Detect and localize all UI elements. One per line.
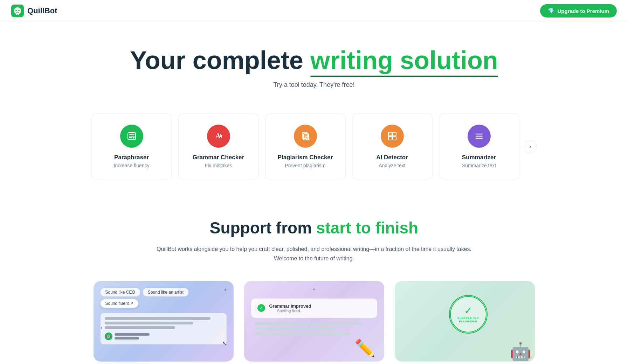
paraphraser-icon-circle [120, 125, 143, 148]
plagiarism-icon [299, 130, 311, 142]
svg-point-2 [18, 10, 20, 11]
chip-artist[interactable]: Sound like an artist [143, 288, 188, 296]
tool-card-summarizer[interactable]: Summarizer Summarize text [439, 113, 519, 180]
stamp-text: CHECKED FOR PLAGIARISM [451, 316, 486, 324]
plagiarism-preview-card[interactable]: ✓ CHECKED FOR PLAGIARISM 🤖 [395, 281, 535, 362]
svg-point-1 [15, 10, 17, 11]
tool-card-ai-detector[interactable]: AI Detector Analyze text [352, 113, 433, 180]
grammar-preview-card[interactable]: ✦ ✓ Grammar improved Spelling fixed... [244, 281, 384, 362]
check-circle-icon: ✓ [257, 304, 265, 312]
paraphraser-mini-editor: 🤖 [101, 313, 227, 344]
tool-card-paraphraser[interactable]: Paraphraser Increase fluency [91, 113, 172, 180]
plagiarism-preview-content: ✓ CHECKED FOR PLAGIARISM 🤖 [395, 281, 535, 348]
upgrade-button[interactable]: 💎 Upgrade to Premium [540, 4, 617, 18]
summarizer-desc: Summarize text [462, 163, 496, 168]
tools-section: Paraphraser Increase fluency A Grammar C… [0, 103, 628, 197]
svg-rect-14 [388, 136, 392, 140]
summarizer-icon-circle [468, 125, 491, 148]
tools-grid: Paraphraser Increase fluency A Grammar C… [91, 113, 519, 180]
grammar-icon: A [213, 130, 225, 142]
paraphraser-name: Paraphraser [114, 154, 149, 161]
robot-icon: 🤖 [510, 341, 531, 362]
paraphraser-preview-card[interactable]: ✦ ✦ Sound like CEO Sound like an artist … [94, 281, 234, 362]
plagiarism-stamp: ✓ CHECKED FOR PLAGIARISM [449, 295, 488, 334]
svg-text:A: A [215, 132, 221, 140]
plagiarism-desc: Prevent plagiarism [285, 163, 326, 168]
summarizer-icon [473, 130, 485, 142]
ai-detector-name: AI Detector [376, 154, 408, 161]
ai-detector-icon-circle [381, 125, 404, 148]
chip-ceo[interactable]: Sound like CEO [101, 288, 140, 296]
paraphrase-preview-content: ✦ ✦ Sound like CEO Sound like an artist … [94, 281, 234, 351]
grammar-improvement-text: Grammar improved [269, 303, 311, 309]
hero-title-highlight: writing solution [310, 47, 498, 74]
pencil-icon: ✏️ [354, 338, 375, 358]
diamond-icon: 💎 [548, 8, 554, 14]
svg-rect-13 [393, 132, 396, 136]
support-description: QuillBot works alongside you to help you… [157, 244, 472, 263]
summarizer-name: Summarizer [462, 154, 496, 161]
grammar-preview-content: ✦ ✓ Grammar improved Spelling fixed... [244, 281, 384, 342]
grammar-desc: Fix mistakes [205, 163, 232, 168]
cursor-pointer-icon: ↖ [222, 340, 227, 347]
tone-chips: Sound like CEO Sound like an artist Soun… [101, 288, 227, 308]
preview-row: ✦ ✦ Sound like CEO Sound like an artist … [14, 281, 614, 362]
hero-title: Your complete writing solution [14, 47, 614, 74]
tools-next-arrow[interactable]: › [524, 140, 537, 153]
paraphraser-icon [126, 130, 138, 142]
grammar-icon-circle: A [207, 125, 230, 148]
grammar-subtitle: Spelling fixed... [269, 309, 311, 313]
plagiarism-icon-circle [294, 125, 317, 148]
support-title-highlight: start to finish [316, 219, 418, 237]
tool-card-grammar-checker[interactable]: A Grammar Checker Fix mistakes [178, 113, 259, 180]
ai-detector-desc: Analyze text [379, 163, 405, 168]
svg-point-16 [391, 135, 393, 137]
logo-area[interactable]: QuillBot [11, 5, 57, 17]
plagiarism-name: Plagiarism Checker [278, 154, 333, 161]
grammar-improvement-badge: ✓ Grammar improved Spelling fixed... [251, 299, 377, 318]
hero-subtitle: Try a tool today. They're free! [14, 81, 614, 89]
paraphraser-desc: Increase fluency [114, 163, 150, 168]
header: QuillBot 💎 Upgrade to Premium [0, 0, 628, 22]
logo-text: QuillBot [27, 6, 57, 15]
hero-section: Your complete writing solution Try a too… [0, 22, 628, 103]
grammar-name: Grammar Checker [193, 154, 244, 161]
svg-rect-15 [393, 136, 396, 140]
support-title-start: Support from [210, 219, 316, 237]
support-title: Support from start to finish [14, 218, 614, 237]
tool-card-plagiarism-checker[interactable]: Plagiarism Checker Prevent plagiarism [265, 113, 346, 180]
ai-detector-icon [386, 130, 398, 142]
hero-title-start: Your complete [130, 46, 310, 74]
quillbot-logo-icon [11, 5, 24, 17]
support-section: Support from start to finish QuillBot wo… [0, 197, 628, 364]
svg-rect-12 [388, 132, 392, 136]
chip-fluent[interactable]: Sound fluent ↗ [101, 299, 139, 308]
upgrade-button-label: Upgrade to Premium [557, 8, 609, 14]
